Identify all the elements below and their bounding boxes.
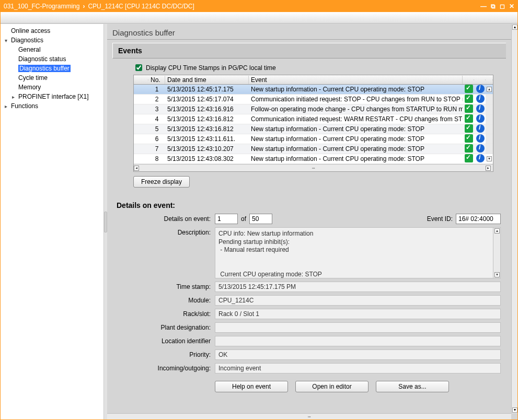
page-title: Diagnostics buffer [107,24,511,40]
toolbar-strip [1,12,517,24]
main-vscrollbar[interactable]: ▴ ▾ [511,24,517,413]
tree-item-online-access[interactable]: Online access [1,26,103,36]
info-icon[interactable] [476,85,485,93]
tree-item-diagnostic-status[interactable]: Diagnostic status [1,54,103,64]
cell-no: 3 [148,106,165,113]
scroll-left-icon[interactable]: ◂ [134,166,139,171]
breadcrumb-separator: › [83,3,85,10]
tree-item-profinet[interactable]: ▸PROFINET interface [X1] [1,92,103,101]
label-location: Location identifier [139,337,211,345]
table-row[interactable]: 35/13/2015 12:43:16.916Follow-on operati… [134,104,493,114]
priority-field [215,349,501,360]
status-ok-icon [465,144,473,153]
label-plant: Plant designation: [139,324,211,331]
chevron-right-icon[interactable]: ▸ [12,94,18,100]
scroll-up-icon[interactable]: ▴ [487,87,492,92]
info-icon[interactable] [476,144,485,153]
status-ok-icon [465,85,473,93]
nav-tree[interactable]: Online access ▾Diagnostics General Diagn… [1,24,104,419]
info-icon[interactable] [476,134,485,143]
title-project: 031_100_FC-Programming [4,3,79,10]
description-scrollbar[interactable]: ▴ ▾ [493,228,500,278]
timestamp-field [215,282,501,292]
label-module: Module: [139,297,211,304]
cell-no: 7 [148,145,165,153]
info-icon[interactable] [476,154,485,162]
tree-item-memory[interactable]: Memory [1,83,103,92]
description-box: CPU info: New startup information Pendin… [215,227,501,278]
local-time-label: Display CPU Time Stamps in PG/PC local t… [146,64,276,72]
open-editor-button[interactable]: Open in editor [295,381,369,392]
tree-item-general[interactable]: General [1,45,103,54]
cell-datetime: 5/13/2015 12:45:17.074 [165,96,249,103]
table-row[interactable]: 75/13/2015 12:43:10.207New startup infor… [134,144,493,154]
main-hscrollbar[interactable]: ┉ [107,413,511,419]
save-as-button[interactable]: Save as... [376,381,449,392]
status-ok-icon [465,154,473,162]
tree-item-diagnostics[interactable]: ▾Diagnostics [1,36,103,45]
cell-event: Communication initiated request: STOP - … [249,96,463,103]
label-priority: Priority: [139,351,211,358]
close-icon[interactable]: ✕ [509,3,514,10]
label-index: Details on event: [139,215,211,223]
cell-no: 6 [148,135,165,143]
table-row[interactable]: 25/13/2015 12:45:17.074Communication ini… [134,95,493,104]
info-icon[interactable] [476,114,485,123]
cell-no: 4 [148,115,165,123]
tree-item-cycle-time[interactable]: Cycle time [1,73,103,83]
cell-datetime: 5/13/2015 12:43:11.611. [165,135,249,143]
label-inout: Incoming/outgoing: [139,365,211,372]
col-event: Event [249,76,463,84]
description-text: CPU info: New startup information Pendin… [215,228,493,278]
event-total-input[interactable] [249,214,272,224]
label-of: of [241,215,246,223]
col-no: No. [148,76,165,84]
info-icon[interactable] [476,124,485,133]
rackslot-field [215,309,501,319]
tree-item-functions[interactable]: ▸Functions [1,101,103,111]
restore-icon[interactable]: ⧉ [491,3,496,10]
scroll-down-icon[interactable]: ▾ [487,156,492,161]
cell-event: New startup information - Current CPU op… [249,86,463,93]
cell-datetime: 5/13/2015 12:43:08.302 [165,155,249,162]
cell-event: New startup information - Current CPU op… [249,145,463,153]
label-event-id: Event ID: [427,215,453,223]
status-ok-icon [465,114,473,123]
tree-item-diagnostics-buffer[interactable]: Diagnostics buffer [1,64,103,73]
table-row[interactable]: 85/13/2015 12:43:08.302New startup infor… [134,154,493,164]
label-rackslot: Rack/slot: [139,310,211,318]
event-id-field[interactable] [456,214,501,224]
chevron-down-icon[interactable]: ▾ [5,38,11,43]
table-row[interactable]: 15/13/2015 12:45:17.175New startup infor… [134,85,493,95]
cell-datetime: 5/13/2015 12:43:16.812 [165,125,249,133]
cell-event: New startup information - Current CPU op… [249,125,463,133]
table-header: No. Date and time Event [134,75,493,85]
info-icon[interactable] [476,104,485,113]
events-heading: Events [112,43,506,59]
title-bar[interactable]: 031_100_FC-Programming › CPU_1214C [CPU … [1,1,517,12]
table-hscrollbar[interactable]: ◂ ┉ ▸ [134,164,493,171]
freeze-display-button[interactable]: Freeze display [133,176,190,188]
cell-datetime: 5/13/2015 12:43:16.916 [165,106,249,113]
minimize-icon[interactable]: — [480,3,487,10]
local-time-checkbox[interactable] [135,64,142,71]
scroll-up-icon[interactable]: ▴ [494,228,500,234]
chevron-right-icon[interactable]: ▸ [5,103,11,109]
details-heading: Details on event: [107,193,511,213]
info-icon[interactable] [476,95,485,103]
status-ok-icon [465,95,473,103]
scroll-down-icon[interactable]: ▾ [494,272,500,277]
help-button[interactable]: Help on event [215,381,288,392]
maximize-icon[interactable]: ◻ [500,3,505,10]
cell-no: 2 [148,96,165,103]
scroll-down-icon[interactable]: ▾ [512,407,517,413]
table-row[interactable]: 65/13/2015 12:43:11.611.New startup info… [134,134,493,144]
table-row[interactable]: 45/13/2015 12:43:16.812Communication ini… [134,114,493,124]
scroll-right-icon[interactable]: ▸ [486,166,491,171]
table-row[interactable]: 55/13/2015 12:43:16.812New startup infor… [134,124,493,134]
events-table[interactable]: No. Date and time Event 15/13/2015 12:45… [133,75,493,172]
event-index-input[interactable] [215,214,238,224]
cell-event: Communication initiated request: WARM RE… [249,115,463,123]
scroll-up-icon[interactable]: ▴ [512,25,517,30]
label-timestamp: Time stamp: [139,283,211,290]
